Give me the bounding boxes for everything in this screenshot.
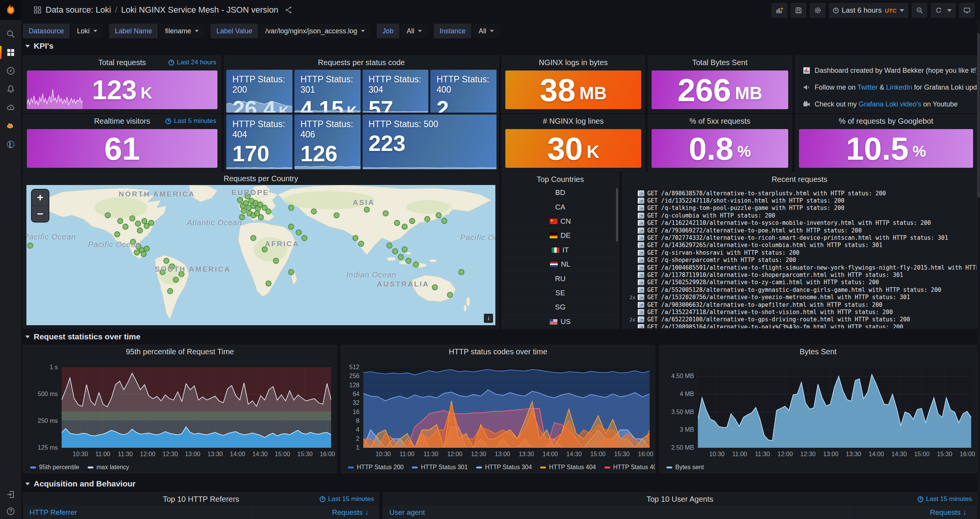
request-location-marker[interactable]: [273, 258, 279, 264]
request-location-marker[interactable]: [459, 270, 464, 275]
request-location-marker[interactable]: [149, 220, 154, 226]
search-icon[interactable]: [0, 25, 21, 43]
request-location-marker[interactable]: [237, 198, 243, 203]
panel-title[interactable]: % of requests by Googlebot: [795, 115, 977, 128]
section-kpis[interactable]: KPI's: [25, 41, 54, 51]
request-location-marker[interactable]: [142, 218, 147, 224]
grafana-logo[interactable]: [0, 0, 21, 20]
refresh-interval-chevron-icon[interactable]: [947, 9, 952, 12]
request-location-marker[interactable]: [432, 285, 438, 290]
column-header-user-agent[interactable]: User agent: [383, 506, 850, 519]
request-location-marker[interactable]: [387, 243, 392, 248]
request-location-marker[interactable]: [266, 209, 271, 214]
request-location-marker[interactable]: [289, 205, 294, 210]
request-location-marker[interactable]: [406, 258, 411, 264]
scrollbar-thumb[interactable]: [616, 188, 618, 242]
panel-title[interactable]: # NGINX log lines: [502, 115, 645, 128]
request-location-marker[interactable]: [448, 292, 453, 298]
request-location-marker[interactable]: [302, 236, 307, 241]
world-map[interactable]: + − i NORTH AMERICAEUROPEASIAAFRICASOUTH…: [26, 185, 495, 325]
request-location-marker[interactable]: [296, 230, 301, 235]
request-location-marker[interactable]: [442, 218, 447, 224]
request-location-marker[interactable]: [164, 258, 169, 264]
section-acquisition[interactable]: Acquisition and Behaviour: [25, 479, 136, 488]
request-location-marker[interactable]: [410, 218, 415, 224]
info-link[interactable]: Twitter: [858, 83, 878, 91]
request-location-marker[interactable]: [383, 211, 389, 216]
legend-item[interactable]: Bytes sent: [666, 464, 704, 471]
panel-title[interactable]: % of 5xx requests: [648, 115, 792, 128]
request-location-marker[interactable]: [141, 251, 146, 257]
dashboards-icon[interactable]: [0, 44, 21, 61]
request-location-marker[interactable]: [167, 288, 173, 294]
column-header-requests[interactable]: Requests↓: [850, 508, 977, 517]
time-shortcut-link[interactable]: Last 15 minutes: [320, 493, 374, 506]
world-plugin-icon[interactable]: [0, 136, 21, 153]
refresh-button[interactable]: [931, 3, 956, 18]
page-scrollbar[interactable]: [977, 20, 980, 519]
request-location-marker[interactable]: [136, 221, 141, 226]
request-location-marker[interactable]: [258, 214, 264, 220]
panel-title[interactable]: Top 10 User Agents: [383, 493, 977, 506]
legend-item[interactable]: HTTP Status 404: [540, 464, 596, 471]
time-range-picker[interactable]: Last 6 hours UTC: [829, 3, 908, 18]
info-link[interactable]: LinkedIn: [886, 83, 912, 91]
request-location-marker[interactable]: [123, 224, 128, 229]
save-dashboard-button[interactable]: [791, 3, 806, 18]
request-location-marker[interactable]: [105, 213, 110, 218]
panel-title[interactable]: Recent requests: [622, 173, 977, 186]
time-shortcut-link[interactable]: Last 5 minutes: [165, 115, 216, 128]
panel-title[interactable]: Total Bytes Sent: [648, 56, 792, 69]
request-location-marker[interactable]: [241, 208, 247, 213]
request-location-marker[interactable]: [392, 249, 398, 254]
map-zoom-in-button[interactable]: +: [32, 190, 49, 206]
request-location-marker[interactable]: [134, 250, 140, 255]
request-location-marker[interactable]: [289, 224, 294, 229]
variable-value-dropdown[interactable]: Loki: [71, 24, 103, 38]
zoom-out-time-button[interactable]: [912, 3, 927, 18]
legend-item[interactable]: HTTP Status 304: [476, 464, 532, 471]
request-location-marker[interactable]: [402, 224, 407, 229]
request-location-marker[interactable]: [364, 207, 369, 212]
legend-item[interactable]: max latency: [88, 464, 129, 471]
request-location-marker[interactable]: [334, 213, 339, 218]
request-location-marker[interactable]: [137, 228, 142, 233]
time-shortcut-link[interactable]: Last 15 minutes: [918, 493, 972, 506]
request-location-marker[interactable]: [353, 236, 358, 241]
request-location-marker[interactable]: [173, 277, 178, 282]
legend-item[interactable]: 95th percentile: [30, 464, 79, 471]
request-location-marker[interactable]: [436, 213, 441, 218]
variable-value-dropdown[interactable]: filename: [159, 24, 204, 38]
request-location-marker[interactable]: [358, 241, 364, 246]
map-attribution-button[interactable]: i: [484, 314, 493, 323]
legend-item[interactable]: HTTP Status 301: [412, 464, 467, 471]
request-location-marker[interactable]: [266, 281, 271, 286]
variable-value-dropdown[interactable]: All: [473, 24, 500, 38]
dashboard-settings-button[interactable]: [810, 3, 825, 18]
request-location-marker[interactable]: [398, 254, 403, 260]
share-icon[interactable]: [284, 6, 293, 14]
alerting-bell-icon[interactable]: [0, 80, 21, 98]
column-header-referrer[interactable]: HTTP Referrer: [23, 506, 252, 519]
add-panel-button[interactable]: [772, 3, 787, 18]
variable-value-dropdown[interactable]: /var/log/nginx/json_access.log: [260, 24, 371, 38]
legend-item[interactable]: HTTP Status 200: [348, 464, 403, 471]
panel-title[interactable]: Bytes Sent: [660, 345, 977, 358]
breadcrumb-folder[interactable]: Data source: Loki: [46, 5, 111, 15]
panel-title[interactable]: 95th percentile of Request Time: [23, 345, 336, 358]
section-request-stats[interactable]: Request statistics over time: [25, 332, 140, 341]
request-location-marker[interactable]: [402, 247, 407, 252]
panel-title[interactable]: Top Countries: [502, 173, 619, 186]
panel-title[interactable]: Requests per Country: [23, 173, 498, 184]
request-location-marker[interactable]: [289, 270, 294, 275]
legend-item[interactable]: HTTP Status 406: [604, 464, 655, 471]
cloud-alert-icon[interactable]: [0, 99, 21, 116]
time-shortcut-link[interactable]: Last 24 hours: [168, 56, 216, 69]
request-location-marker[interactable]: [118, 218, 123, 224]
sign-in-icon[interactable]: [0, 486, 21, 503]
map-zoom-out-button[interactable]: −: [32, 206, 49, 222]
request-location-marker[interactable]: [114, 232, 120, 237]
panel-title[interactable]: HTTP status codes over time: [341, 345, 655, 358]
request-location-marker[interactable]: [413, 262, 419, 267]
panel-title[interactable]: NGINX logs in bytes: [502, 56, 645, 69]
